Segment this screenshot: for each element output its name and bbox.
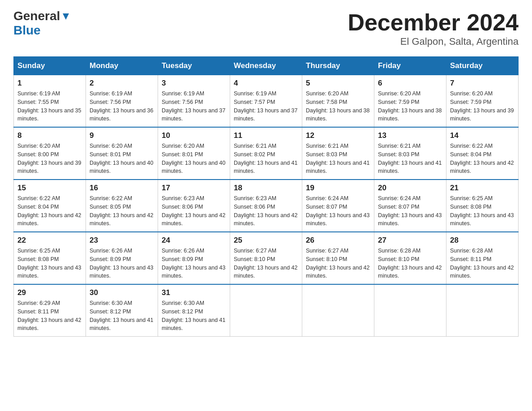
day-number: 15	[17, 184, 82, 193]
logo-general-text: General	[13, 9, 60, 23]
day-info: Sunrise: 6:28 AMSunset: 8:11 PMDaylight:…	[450, 247, 515, 280]
day-info: Sunrise: 6:20 AMSunset: 8:00 PMDaylight:…	[17, 142, 82, 176]
day-info: Sunrise: 6:26 AMSunset: 8:09 PMDaylight:…	[162, 247, 226, 280]
day-number: 24	[162, 236, 226, 245]
day-number: 7	[450, 79, 515, 88]
weekday-header-thursday: Thursday	[302, 57, 374, 75]
calendar-day-cell: 4Sunrise: 6:19 AMSunset: 7:57 PMDaylight…	[230, 75, 302, 128]
calendar-day-cell: 14Sunrise: 6:22 AMSunset: 8:04 PMDayligh…	[446, 127, 519, 180]
day-number: 31	[162, 288, 226, 297]
day-info: Sunrise: 6:19 AMSunset: 7:56 PMDaylight:…	[162, 90, 226, 123]
day-number: 27	[378, 236, 442, 245]
calendar-day-cell: 21Sunrise: 6:25 AMSunset: 8:08 PMDayligh…	[446, 180, 519, 232]
weekday-header-sunday: Sunday	[14, 57, 86, 75]
calendar-day-cell: 28Sunrise: 6:28 AMSunset: 8:11 PMDayligh…	[446, 232, 519, 284]
day-info: Sunrise: 6:21 AMSunset: 8:03 PMDaylight:…	[306, 142, 370, 176]
day-number: 22	[17, 236, 82, 245]
calendar-week-row: 1Sunrise: 6:19 AMSunset: 7:55 PMDaylight…	[14, 75, 519, 128]
day-info: Sunrise: 6:20 AMSunset: 8:01 PMDaylight:…	[90, 142, 154, 176]
logo-triangle-icon	[61, 12, 71, 21]
weekday-header-saturday: Saturday	[446, 57, 519, 75]
day-number: 25	[234, 236, 298, 245]
day-info: Sunrise: 6:21 AMSunset: 8:02 PMDaylight:…	[234, 142, 298, 176]
calendar-day-cell: 23Sunrise: 6:26 AMSunset: 8:09 PMDayligh…	[86, 232, 158, 284]
calendar-day-cell	[230, 284, 302, 337]
calendar-day-cell: 17Sunrise: 6:23 AMSunset: 8:06 PMDayligh…	[158, 180, 230, 232]
calendar-day-cell: 31Sunrise: 6:30 AMSunset: 8:12 PMDayligh…	[158, 284, 230, 337]
calendar-day-cell: 24Sunrise: 6:26 AMSunset: 8:09 PMDayligh…	[158, 232, 230, 284]
day-info: Sunrise: 6:20 AMSunset: 7:58 PMDaylight:…	[306, 90, 370, 123]
day-number: 21	[450, 184, 515, 193]
weekday-header-tuesday: Tuesday	[158, 57, 230, 75]
day-info: Sunrise: 6:24 AMSunset: 8:07 PMDaylight:…	[378, 194, 442, 228]
day-info: Sunrise: 6:22 AMSunset: 8:04 PMDaylight:…	[450, 142, 515, 176]
day-number: 20	[378, 184, 442, 193]
day-number: 1	[17, 79, 82, 88]
weekday-header-monday: Monday	[86, 57, 158, 75]
day-number: 4	[234, 79, 298, 88]
title-block: December 2024 El Galpon, Salta, Argentin…	[348, 9, 519, 47]
calendar-day-cell: 10Sunrise: 6:20 AMSunset: 8:01 PMDayligh…	[158, 127, 230, 180]
day-info: Sunrise: 6:26 AMSunset: 8:09 PMDaylight:…	[90, 247, 154, 280]
day-info: Sunrise: 6:23 AMSunset: 8:06 PMDaylight:…	[234, 194, 298, 228]
day-number: 23	[90, 236, 154, 245]
calendar-day-cell: 20Sunrise: 6:24 AMSunset: 8:07 PMDayligh…	[374, 180, 446, 232]
day-number: 9	[90, 131, 154, 140]
day-info: Sunrise: 6:28 AMSunset: 8:10 PMDaylight:…	[378, 247, 442, 280]
calendar-day-cell: 1Sunrise: 6:19 AMSunset: 7:55 PMDaylight…	[14, 75, 86, 128]
calendar-day-cell: 9Sunrise: 6:20 AMSunset: 8:01 PMDaylight…	[86, 127, 158, 180]
day-info: Sunrise: 6:25 AMSunset: 8:08 PMDaylight:…	[17, 247, 82, 280]
day-info: Sunrise: 6:19 AMSunset: 7:57 PMDaylight:…	[234, 90, 298, 123]
weekday-header-row: SundayMondayTuesdayWednesdayThursdayFrid…	[14, 57, 519, 75]
page-header: General Blue December 2024 El Galpon, Sa…	[13, 9, 519, 47]
day-number: 6	[378, 79, 442, 88]
day-info: Sunrise: 6:25 AMSunset: 8:08 PMDaylight:…	[450, 194, 515, 228]
day-number: 16	[90, 184, 154, 193]
day-number: 14	[450, 131, 515, 140]
day-number: 3	[162, 79, 226, 88]
day-number: 29	[17, 288, 82, 297]
calendar-day-cell: 22Sunrise: 6:25 AMSunset: 8:08 PMDayligh…	[14, 232, 86, 284]
day-number: 11	[234, 131, 298, 140]
weekday-header-friday: Friday	[374, 57, 446, 75]
calendar-day-cell: 30Sunrise: 6:30 AMSunset: 8:12 PMDayligh…	[86, 284, 158, 337]
calendar-week-row: 29Sunrise: 6:29 AMSunset: 8:11 PMDayligh…	[14, 284, 519, 337]
calendar-day-cell: 18Sunrise: 6:23 AMSunset: 8:06 PMDayligh…	[230, 180, 302, 232]
weekday-header-wednesday: Wednesday	[230, 57, 302, 75]
calendar-day-cell: 8Sunrise: 6:20 AMSunset: 8:00 PMDaylight…	[14, 127, 86, 180]
location-subtitle: El Galpon, Salta, Argentina	[348, 36, 519, 47]
day-number: 10	[162, 131, 226, 140]
day-number: 17	[162, 184, 226, 193]
calendar-day-cell	[446, 284, 519, 337]
day-info: Sunrise: 6:20 AMSunset: 8:01 PMDaylight:…	[162, 142, 226, 176]
day-number: 18	[234, 184, 298, 193]
day-info: Sunrise: 6:22 AMSunset: 8:04 PMDaylight:…	[17, 194, 82, 228]
calendar-table: SundayMondayTuesdayWednesdayThursdayFrid…	[13, 56, 519, 337]
calendar-day-cell	[302, 284, 374, 337]
day-number: 8	[17, 131, 82, 140]
svg-marker-0	[63, 13, 69, 20]
day-info: Sunrise: 6:22 AMSunset: 8:05 PMDaylight:…	[90, 194, 154, 228]
day-number: 13	[378, 131, 442, 140]
day-number: 19	[306, 184, 370, 193]
month-title: December 2024	[348, 9, 519, 36]
day-info: Sunrise: 6:27 AMSunset: 8:10 PMDaylight:…	[234, 247, 298, 280]
calendar-day-cell: 19Sunrise: 6:24 AMSunset: 8:07 PMDayligh…	[302, 180, 374, 232]
calendar-week-row: 15Sunrise: 6:22 AMSunset: 8:04 PMDayligh…	[14, 180, 519, 232]
day-info: Sunrise: 6:23 AMSunset: 8:06 PMDaylight:…	[162, 194, 226, 228]
day-info: Sunrise: 6:19 AMSunset: 7:55 PMDaylight:…	[17, 90, 82, 123]
day-number: 2	[90, 79, 154, 88]
day-info: Sunrise: 6:30 AMSunset: 8:12 PMDaylight:…	[90, 299, 154, 333]
day-info: Sunrise: 6:29 AMSunset: 8:11 PMDaylight:…	[17, 299, 82, 333]
calendar-day-cell: 12Sunrise: 6:21 AMSunset: 8:03 PMDayligh…	[302, 127, 374, 180]
day-info: Sunrise: 6:19 AMSunset: 7:56 PMDaylight:…	[90, 90, 154, 123]
day-info: Sunrise: 6:20 AMSunset: 7:59 PMDaylight:…	[378, 90, 442, 123]
calendar-day-cell: 5Sunrise: 6:20 AMSunset: 7:58 PMDaylight…	[302, 75, 374, 128]
calendar-day-cell	[374, 284, 446, 337]
calendar-day-cell: 16Sunrise: 6:22 AMSunset: 8:05 PMDayligh…	[86, 180, 158, 232]
day-info: Sunrise: 6:24 AMSunset: 8:07 PMDaylight:…	[306, 194, 370, 228]
calendar-day-cell: 25Sunrise: 6:27 AMSunset: 8:10 PMDayligh…	[230, 232, 302, 284]
day-number: 12	[306, 131, 370, 140]
calendar-day-cell: 2Sunrise: 6:19 AMSunset: 7:56 PMDaylight…	[86, 75, 158, 128]
day-info: Sunrise: 6:30 AMSunset: 8:12 PMDaylight:…	[162, 299, 226, 333]
